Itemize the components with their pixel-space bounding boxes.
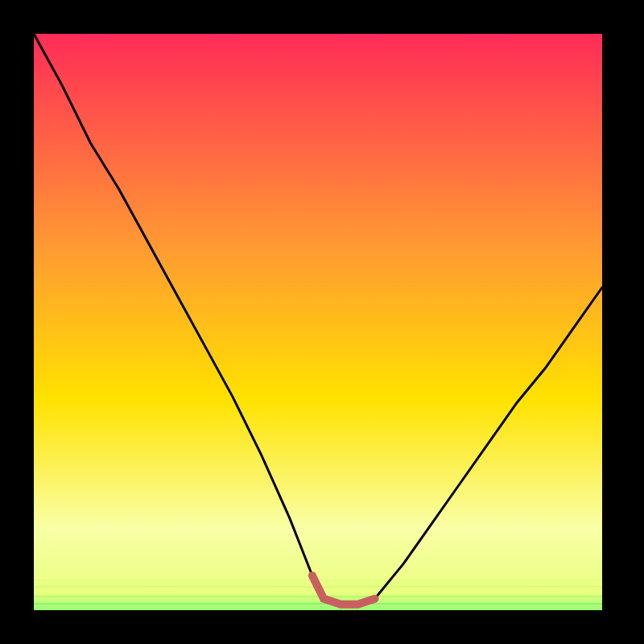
chart-root: TheBottleneck.com: [0, 0, 644, 644]
plateau-path: [312, 576, 375, 605]
watermark-text: TheBottleneck.com: [496, 3, 638, 22]
plateau-highlight: [0, 0, 644, 644]
